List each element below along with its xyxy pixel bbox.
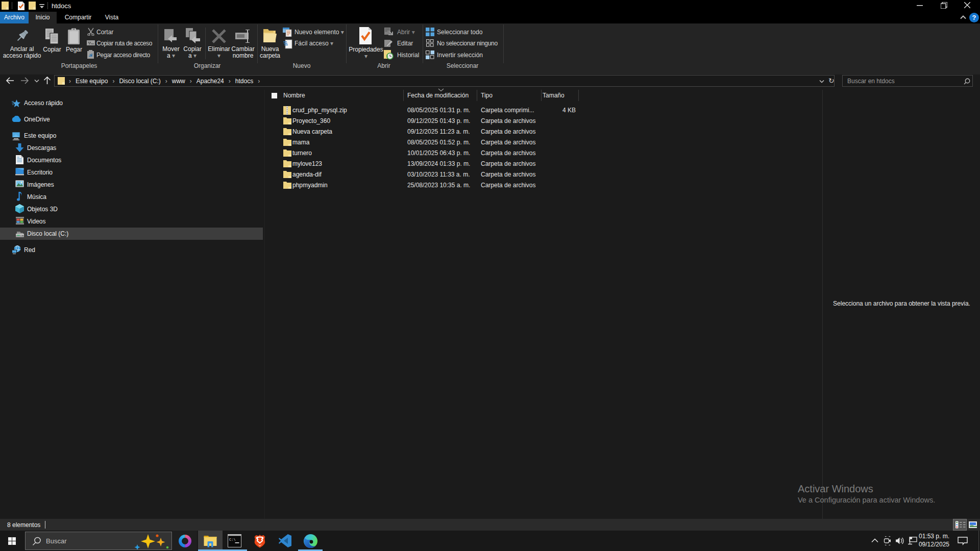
- svg-text:?: ?: [972, 14, 976, 21]
- svg-text:C:\: C:\: [229, 538, 236, 542]
